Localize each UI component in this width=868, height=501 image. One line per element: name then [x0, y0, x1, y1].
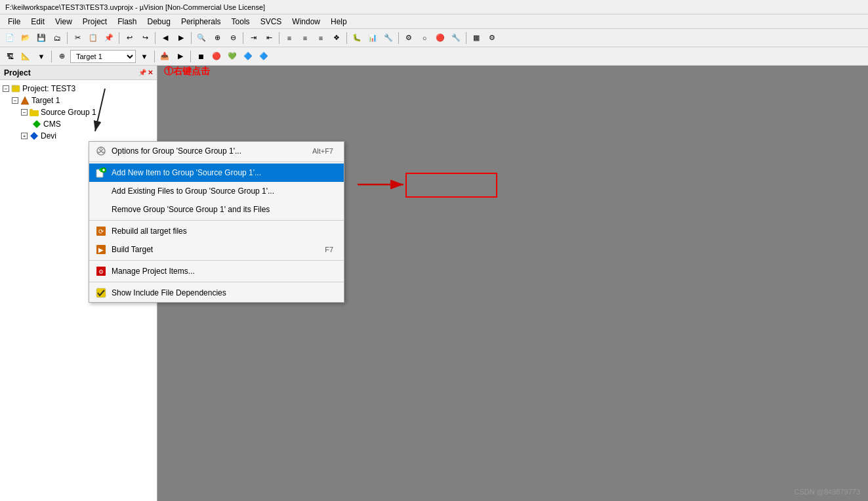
ctx-remove-group[interactable]: Remove Group 'Source Group 1' and its Fi…	[89, 200, 344, 219]
toolbar-b6[interactable]: 🔴	[433, 31, 447, 45]
toolbar-config[interactable]: ⚙	[485, 31, 499, 45]
toolbar-b5[interactable]: ○	[417, 31, 432, 45]
toolbar-find[interactable]: 🔍	[194, 31, 209, 45]
ctx-options-group-shortcut: Alt+F7	[293, 147, 333, 155]
svg-marker-2	[21, 97, 29, 104]
toolbar-cut[interactable]: ✂	[70, 31, 85, 45]
toolbar2-btn4[interactable]: ⊕	[54, 49, 69, 64]
toolbar-new[interactable]: 📄	[3, 31, 17, 45]
toolbar-indent[interactable]: ⇥	[246, 31, 260, 45]
toolbar-layout[interactable]: ▦	[469, 31, 484, 45]
toolbar2-step4[interactable]: 🔷	[257, 49, 271, 64]
toolbar2-load[interactable]: 📥	[157, 49, 172, 64]
pin-icon[interactable]: 📌	[138, 69, 146, 76]
context-menu: Options for Group 'Source Group 1'... Al…	[89, 141, 344, 303]
ctx-sep3	[89, 260, 344, 261]
sep8	[398, 32, 399, 44]
toolbar-b2[interactable]: ⊖	[226, 31, 240, 45]
toolbar2-step[interactable]: 🔴	[209, 49, 224, 64]
menu-peripherals[interactable]: Peripherals	[176, 16, 226, 28]
toolbar-b1[interactable]: ⊕	[210, 31, 224, 45]
menu-file[interactable]: File	[3, 16, 26, 28]
toolbar-coll[interactable]: ❖	[329, 31, 344, 45]
watermark: CSDN @849879773	[795, 488, 860, 496]
menu-debug[interactable]: Debug	[142, 16, 176, 28]
toolbar2-stop[interactable]: ⏹	[194, 49, 208, 64]
toolbar-open[interactable]: 📂	[18, 31, 33, 45]
target-icon	[20, 95, 30, 106]
target-select[interactable]: Target 1	[70, 50, 136, 63]
ctx-manage-project[interactable]: ⚙ Manage Project Items...	[89, 262, 344, 280]
ctx-add-new-item[interactable]: Add New Item to Group 'Source Group 1'..…	[89, 163, 344, 182]
toolbar-colr[interactable]: ≡	[314, 31, 328, 45]
sep4	[191, 32, 192, 44]
menu-svcs[interactable]: SVCS	[255, 16, 287, 28]
toolbar2-btn2[interactable]: 📐	[18, 49, 33, 64]
expand-root[interactable]: −	[3, 85, 9, 92]
ctx-show-include-label: Show Include File Dependencies	[112, 288, 226, 297]
close-panel-icon[interactable]: ✕	[148, 69, 153, 76]
toolbar-save[interactable]: 💾	[34, 31, 49, 45]
expand-source-group[interactable]: −	[21, 109, 28, 116]
project-panel-header: Project 📌 ✕	[0, 66, 157, 80]
ctx-rebuild[interactable]: ⟳ Rebuild all target files	[89, 222, 344, 240]
ctx-show-include[interactable]: Show Include File Dependencies	[89, 284, 344, 302]
sep6	[279, 32, 279, 44]
tree-devi-label: Devi	[41, 131, 56, 141]
menu-tools[interactable]: Tools	[226, 16, 255, 28]
toolbar-back[interactable]: ◀	[158, 31, 173, 45]
ctx-add-existing[interactable]: Add Existing Files to Group 'Source Grou…	[89, 182, 344, 200]
toolbar2-dropdown[interactable]: ▼	[137, 49, 152, 64]
toolbar2-btn3[interactable]: ▼	[34, 49, 49, 64]
expand-devi[interactable]: +	[21, 133, 28, 139]
ctx-rebuild-label: Rebuild all target files	[112, 227, 187, 236]
tree-target-label: Target 1	[31, 96, 60, 105]
menu-edit[interactable]: Edit	[26, 16, 50, 28]
toolbar-fwd[interactable]: ▶	[174, 31, 188, 45]
toolbar-b3[interactable]: 📊	[365, 31, 380, 45]
svg-rect-5	[30, 109, 33, 111]
project-icon	[10, 83, 21, 94]
svg-point-13	[103, 152, 104, 153]
toolbar-debug-btn[interactable]: 🐛	[350, 31, 364, 45]
toolbar-b7[interactable]: 🔧	[449, 31, 463, 45]
toolbar-paste[interactable]: 📌	[102, 31, 116, 45]
ctx-remove-group-label: Remove Group 'Source Group 1' and its Fi…	[112, 205, 270, 214]
sep3	[155, 32, 155, 44]
project-panel-title: Project	[4, 68, 31, 77]
ctx-build-target-label: Build Target	[112, 245, 153, 254]
tree-item-devi[interactable]: + Devi	[3, 130, 154, 142]
menu-help[interactable]: Help	[325, 16, 352, 28]
toolbar-redo[interactable]: ↪	[138, 31, 152, 45]
ctx-build-target[interactable]: ▶ Build Target F7	[89, 240, 344, 259]
title-text: F:\keilworkspace\TEST3\TEST3.uvprojx - µ…	[5, 3, 265, 11]
toolbar-colm[interactable]: ≡	[298, 31, 312, 45]
ctx-options-group-label: Options for Group 'Source Group 1'...	[112, 146, 241, 156]
menu-window[interactable]: Window	[287, 16, 325, 28]
title-bar: F:\keilworkspace\TEST3\TEST3.uvprojx - µ…	[0, 0, 868, 14]
expand-target[interactable]: −	[12, 97, 18, 104]
toolbar-secondary: 🏗 📐 ▼ ⊕ Target 1 ▼ 📥 ▶ ⏹ 🔴 💚 🔷 🔷	[0, 47, 868, 66]
tree-item-cms[interactable]: CMS	[3, 118, 154, 130]
sep5	[243, 32, 243, 44]
toolbar2-btn1[interactable]: 🏗	[3, 49, 17, 64]
toolbar-copy[interactable]: 📋	[86, 31, 100, 45]
tree-item-target[interactable]: − Target 1	[3, 95, 154, 106]
toolbar2-run[interactable]: ▶	[173, 49, 188, 64]
toolbar-b4[interactable]: 🔧	[381, 31, 396, 45]
toolbar-save-all[interactable]: 🗂	[50, 31, 64, 45]
toolbar-cols[interactable]: ≡	[282, 31, 297, 45]
sep10	[51, 51, 52, 62]
toolbar-target-options[interactable]: ⚙	[402, 31, 416, 45]
menu-flash[interactable]: Flash	[112, 16, 142, 28]
ctx-options-group[interactable]: Options for Group 'Source Group 1'... Al…	[89, 142, 344, 160]
tree-item-source-group[interactable]: − Source Group 1	[3, 106, 154, 118]
toolbar2-step2[interactable]: 💚	[225, 49, 239, 64]
menu-view[interactable]: View	[50, 16, 77, 28]
tree-item-root[interactable]: − Project: TEST3	[3, 83, 154, 95]
menu-project[interactable]: Project	[77, 16, 112, 28]
ctx-add-existing-label: Add Existing Files to Group 'Source Grou…	[112, 186, 274, 196]
toolbar2-step3[interactable]: 🔷	[241, 49, 255, 64]
toolbar-unindent[interactable]: ⇤	[262, 31, 276, 45]
toolbar-undo[interactable]: ↩	[122, 31, 136, 45]
